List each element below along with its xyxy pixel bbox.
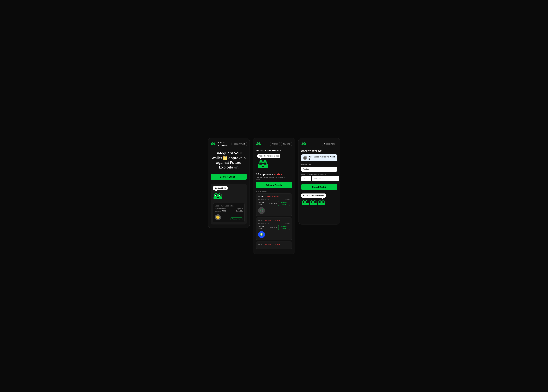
- frog-group: [301, 199, 337, 207]
- card1-details-vals: Unlimited USDC 0xad..231: [215, 210, 243, 212]
- svg-rect-64: [303, 200, 304, 201]
- svg-rect-101: [323, 201, 324, 202]
- svg-rect-44: [258, 164, 260, 168]
- svg-rect-50: [304, 142, 305, 143]
- svg-rect-1: [214, 142, 215, 143]
- svg-rect-23: [257, 142, 258, 143]
- exploit-contract-input[interactable]: [312, 176, 339, 181]
- svg-rect-56: [303, 144, 304, 145]
- world-id-svg: [304, 156, 307, 159]
- svg-rect-85: [310, 203, 311, 205]
- chain-input[interactable]: [301, 176, 311, 181]
- svg-point-63: [305, 157, 306, 158]
- svg-rect-76: [304, 202, 306, 202]
- delegate-revoke-button[interactable]: Delegate Revoke: [256, 182, 292, 188]
- svg-rect-91: [323, 200, 324, 201]
- svg-rect-57: [302, 144, 302, 145]
- usdc-revoke-button[interactable]: Revoke Now: [278, 225, 290, 230]
- logo-text: REVOKE. DELEGATE: [217, 141, 228, 147]
- svg-rect-11: [219, 193, 220, 194]
- card3-bottom: You are a saviour to many!: [301, 194, 337, 207]
- svg-rect-17: [216, 197, 219, 198]
- report-exploit-button[interactable]: Report Exploit: [301, 184, 337, 190]
- svg-rect-43: [262, 166, 264, 167]
- card1-bottom-section: Don't get Rekt: [211, 184, 247, 224]
- usdc-block-header: USDC • 23.34 USDC at Risk: [258, 220, 290, 222]
- svg-rect-71: [304, 204, 306, 204]
- usdt-revoke-button[interactable]: Revoke Now: [278, 201, 290, 206]
- svg-rect-90: [320, 200, 321, 201]
- manage-title: MANAGE APPROVALS: [256, 149, 292, 152]
- svg-rect-97: [321, 204, 323, 204]
- svg-rect-36: [260, 160, 262, 161]
- svg-rect-100: [319, 201, 321, 202]
- approval-block-usdt: USDT • 23.34 USDT at Risk Approved Amoun…: [256, 194, 292, 216]
- frog1-icon: [301, 199, 309, 207]
- card3-connect-button[interactable]: Connect wallet: [322, 142, 337, 146]
- card3-logo-icon: [301, 141, 306, 147]
- usdc-coin-icon: 💵: [258, 231, 265, 238]
- svg-rect-30: [258, 144, 259, 145]
- card2-logo-icon: [256, 141, 261, 147]
- svg-rect-24: [259, 142, 260, 143]
- svg-rect-37: [264, 160, 266, 161]
- svg-rect-8: [211, 144, 212, 145]
- world-id-text: Personhood verified via World ID: [309, 156, 335, 160]
- card2-frog-icon: [257, 159, 268, 171]
- card1-token-label: USDC • 23.34 USDC at Risk: [215, 205, 243, 207]
- svg-rect-22: [216, 195, 219, 195]
- screens-container: REVOKE. DELEGATE Connect wallet Safeguar…: [190, 138, 358, 254]
- svg-rect-18: [214, 196, 215, 199]
- approval-block-usdc2: USDC • 23.34 USDC at Risk: [256, 242, 292, 249]
- card1-landing: REVOKE. DELEGATE Connect wallet Safeguar…: [208, 138, 250, 228]
- svg-rect-10: [216, 193, 217, 194]
- svg-rect-78: [314, 200, 315, 201]
- usdt-block-header: USDT • 23.34 USDT at Risk: [258, 196, 290, 198]
- address-badge[interactable]: 0xad..231: [281, 142, 292, 146]
- card2-header: Arbitrum 0xad..231: [256, 141, 292, 147]
- svg-rect-98: [318, 203, 319, 205]
- svg-rect-75: [306, 201, 308, 202]
- svg-rect-102: [321, 202, 323, 202]
- card1-coin-icon: 🪙: [215, 214, 221, 220]
- usdt-coin-icon: 💱: [258, 207, 265, 214]
- svg-rect-84: [312, 204, 315, 204]
- svg-rect-6: [214, 143, 214, 143]
- svg-rect-33: [257, 143, 258, 143]
- wallet-risk-bubble: Feels the wallet is at risk: [257, 154, 281, 158]
- card1-frog-icon: [213, 192, 223, 202]
- svg-rect-72: [302, 203, 303, 205]
- card3-header: Connect wallet: [301, 141, 337, 147]
- card3-report: Connect wallet REPORT EXPLOIT Personhood…: [298, 138, 340, 224]
- usdc2-block-header: USDC • 23.34 USDC at Risk: [258, 244, 290, 246]
- saviour-bubble: You are a saviour to many!: [301, 194, 326, 198]
- svg-rect-32: [260, 144, 261, 145]
- svg-rect-60: [304, 143, 305, 143]
- svg-rect-87: [311, 201, 312, 202]
- frog-bubble-area: Feels the wallet is at risk: [256, 154, 292, 171]
- protocol-input[interactable]: [301, 167, 337, 172]
- svg-rect-73: [308, 203, 309, 205]
- network-badge[interactable]: Arbitrum: [270, 142, 280, 146]
- svg-rect-89: [312, 202, 315, 202]
- svg-rect-20: [215, 195, 216, 196]
- usdc-approval-row: Approved Amount Spender: [258, 223, 290, 225]
- usdt-approval-row: Approved Amount Spender: [258, 199, 290, 201]
- svg-rect-0: [212, 142, 213, 143]
- approvals-sub: Delegate them be auto revoked in cases o…: [256, 177, 292, 180]
- approval-block-usdc: USDC • 23.34 USDC at Risk Approved Amoun…: [256, 217, 292, 240]
- usdc-approval-vals: Unlimited USDC 0xad..231 Revoke Now: [258, 225, 290, 230]
- card1-connect-button[interactable]: Connect wallet: [231, 142, 247, 146]
- logo-area: REVOKE. DELEGATE: [211, 141, 228, 147]
- svg-rect-74: [303, 201, 304, 202]
- svg-rect-77: [311, 200, 312, 201]
- report-title: REPORT EXPLOIT: [301, 150, 337, 152]
- svg-rect-19: [221, 196, 222, 199]
- card1-revoke-button[interactable]: Revoke Now: [231, 217, 243, 220]
- frog3-icon: [317, 199, 325, 207]
- svg-rect-88: [314, 201, 316, 202]
- cta-connect-button[interactable]: Connect Wallet →: [211, 174, 247, 180]
- your-approvals-label: Your Approvals: [256, 190, 292, 192]
- hero-text: Safeguard your wallet 🗂️ approvals again…: [211, 151, 247, 170]
- card1-approval-card: USDC • 23.34 USDC at Risk Approved Amoun…: [213, 203, 245, 222]
